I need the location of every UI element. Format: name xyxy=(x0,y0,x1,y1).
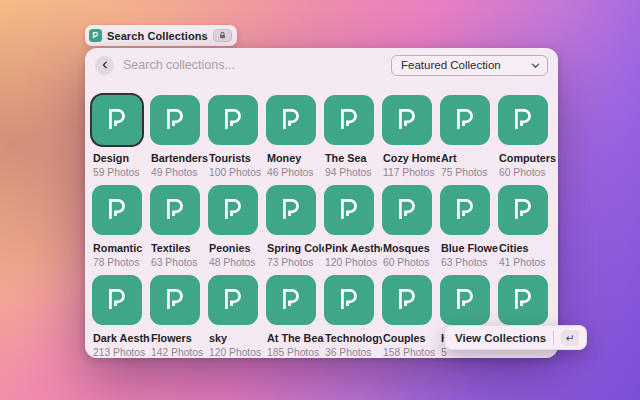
collection-count: 49 Photos xyxy=(150,167,208,178)
collection-name: Money xyxy=(266,152,324,164)
collection-item[interactable]: Technology 36 Photos xyxy=(324,275,382,365)
collection-tile[interactable] xyxy=(498,275,548,325)
collection-tile[interactable] xyxy=(92,185,142,235)
window-header: Featured Collection xyxy=(85,48,558,82)
collection-count: 120 Photos xyxy=(324,257,382,268)
collection-item[interactable]: Spring Colo… 73 Photos xyxy=(266,185,324,275)
collection-tile[interactable] xyxy=(324,95,374,145)
collection-item[interactable]: Dark Aesthe… 213 Photos xyxy=(92,275,150,365)
collection-name: Spring Colo… xyxy=(266,242,324,254)
collection-item[interactable]: Pink Aesthe… 120 Photos xyxy=(324,185,382,275)
collection-item[interactable]: Romantic 78 Photos xyxy=(92,185,150,275)
pexels-logo-icon xyxy=(508,105,538,135)
collection-item[interactable]: At The Beach 185 Photos xyxy=(266,275,324,365)
collection-name: Dark Aesthe… xyxy=(92,332,150,344)
collection-item[interactable]: Couples 158 Photos xyxy=(382,275,440,365)
collection-name: Blue Flowers xyxy=(440,242,498,254)
collection-item[interactable]: Hair Care 5 xyxy=(440,275,498,365)
collection-tile[interactable] xyxy=(324,185,374,235)
view-collections-button[interactable]: View Collections ↵ xyxy=(444,325,587,350)
collection-item[interactable]: Cozy Home 117 Photos xyxy=(382,95,440,185)
view-collections-label: View Collections xyxy=(455,332,546,344)
collection-item[interactable]: Tourists 100 Photos xyxy=(208,95,266,185)
collection-count: 46 Photos xyxy=(266,167,324,178)
pexels-logo-icon xyxy=(102,285,132,315)
collection-name: Technology xyxy=(324,332,382,344)
collection-item[interactable]: Art 75 Photos xyxy=(440,95,498,185)
collection-count: 63 Photos xyxy=(440,257,498,268)
collection-item[interactable]: The Sea 94 Photos xyxy=(324,95,382,185)
collection-tile[interactable] xyxy=(150,95,200,145)
collection-count: 73 Photos xyxy=(266,257,324,268)
collection-tile[interactable] xyxy=(150,185,200,235)
collection-item[interactable]: Flowers 142 Photos xyxy=(150,275,208,365)
back-button[interactable] xyxy=(95,56,114,75)
collection-name: Couples xyxy=(382,332,440,344)
collection-filter-dropdown[interactable]: Featured Collection xyxy=(391,55,548,76)
collection-name: Bartenders xyxy=(150,152,208,164)
collection-tile[interactable] xyxy=(92,95,142,145)
pexels-logo-icon xyxy=(276,285,306,315)
collection-item[interactable]: Money 46 Photos xyxy=(266,95,324,185)
pexels-logo-icon xyxy=(102,195,132,225)
collection-count: 60 Photos xyxy=(382,257,440,268)
pexels-logo-icon xyxy=(450,195,480,225)
lock-icon xyxy=(213,29,232,42)
collection-item[interactable]: Bartenders 49 Photos xyxy=(150,95,208,185)
collection-tile[interactable] xyxy=(208,95,258,145)
collection-count: 41 Photos xyxy=(498,257,556,268)
collection-tile[interactable] xyxy=(382,185,432,235)
collection-item[interactable]: Peonies 48 Photos xyxy=(208,185,266,275)
collection-tile[interactable] xyxy=(208,275,258,325)
collection-name: Textiles xyxy=(150,242,208,254)
pexels-logo-icon xyxy=(334,285,364,315)
pexels-logo-icon xyxy=(334,195,364,225)
collection-count: 36 Photos xyxy=(324,347,382,358)
collection-item[interactable]: Rain Backgr… xyxy=(498,275,556,365)
collection-item[interactable]: Computers 60 Photos xyxy=(498,95,556,185)
collection-tile[interactable] xyxy=(440,185,490,235)
collection-name: Design xyxy=(92,152,150,164)
collection-tile[interactable] xyxy=(498,95,548,145)
collection-tile[interactable] xyxy=(266,95,316,145)
collection-name: Peonies xyxy=(208,242,266,254)
collection-tile[interactable] xyxy=(266,185,316,235)
collection-count: 117 Photos xyxy=(382,167,440,178)
pexels-logo-icon xyxy=(508,285,538,315)
collection-count: 48 Photos xyxy=(208,257,266,268)
collection-tile[interactable] xyxy=(440,275,490,325)
collection-tile[interactable] xyxy=(440,95,490,145)
collection-count: 63 Photos xyxy=(150,257,208,268)
collection-count: 142 Photos xyxy=(150,347,208,358)
collection-tile[interactable] xyxy=(382,275,432,325)
collection-item[interactable]: Blue Flowers 63 Photos xyxy=(440,185,498,275)
pexels-icon xyxy=(89,29,102,42)
collection-item[interactable]: Mosques 60 Photos xyxy=(382,185,440,275)
dropdown-value: Featured Collection xyxy=(401,59,501,71)
pexels-logo-icon xyxy=(276,195,306,225)
collection-item[interactable]: Cities 41 Photos xyxy=(498,185,556,275)
collection-tile[interactable] xyxy=(382,95,432,145)
collection-tile[interactable] xyxy=(498,185,548,235)
collection-tile[interactable] xyxy=(92,275,142,325)
pexels-logo-icon xyxy=(160,285,190,315)
collection-item[interactable]: Textiles 63 Photos xyxy=(150,185,208,275)
pexels-logo-icon xyxy=(392,285,422,315)
pexels-logo-icon xyxy=(450,105,480,135)
collection-tile[interactable] xyxy=(150,275,200,325)
collection-count: 120 Photos xyxy=(208,347,266,358)
collection-count: 94 Photos xyxy=(324,167,382,178)
collection-item[interactable]: sky 120 Photos xyxy=(208,275,266,365)
pexels-logo-icon xyxy=(334,105,364,135)
collection-name: Computers xyxy=(498,152,556,164)
search-collections-window: Featured Collection Design 59 Photos Bar… xyxy=(85,48,558,358)
collection-name: The Sea xyxy=(324,152,382,164)
collection-tile[interactable] xyxy=(324,275,374,325)
collection-tile[interactable] xyxy=(266,275,316,325)
collection-tile[interactable] xyxy=(208,185,258,235)
collection-item[interactable]: Design 59 Photos xyxy=(92,95,150,185)
collection-count: 78 Photos xyxy=(92,257,150,268)
search-input[interactable] xyxy=(123,58,382,72)
collection-count: 100 Photos xyxy=(208,167,266,178)
launcher-pill[interactable]: Search Collections xyxy=(85,25,237,46)
